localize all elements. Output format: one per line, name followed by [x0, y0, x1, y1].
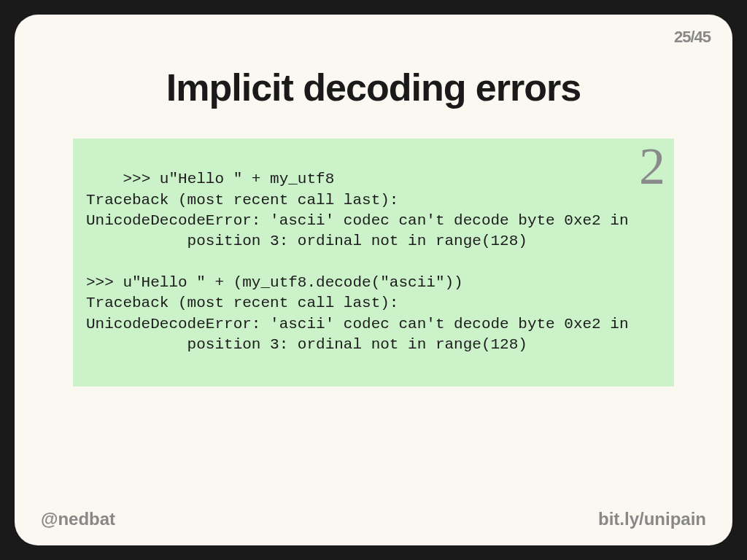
slide: 25/45 Implicit decoding errors 2>>> u"He…	[15, 15, 732, 545]
python-version-badge: 2	[639, 140, 665, 192]
page-number: 25/45	[674, 28, 711, 47]
footer-right: bit.ly/unipain	[598, 509, 706, 529]
footer: @nedbat bit.ly/unipain	[15, 509, 732, 529]
footer-left: @nedbat	[41, 509, 115, 529]
slide-title: Implicit decoding errors	[29, 66, 718, 109]
code-content: >>> u"Hello " + my_utf8 Traceback (most …	[86, 171, 629, 353]
code-block: 2>>> u"Hello " + my_utf8 Traceback (most…	[73, 139, 674, 386]
